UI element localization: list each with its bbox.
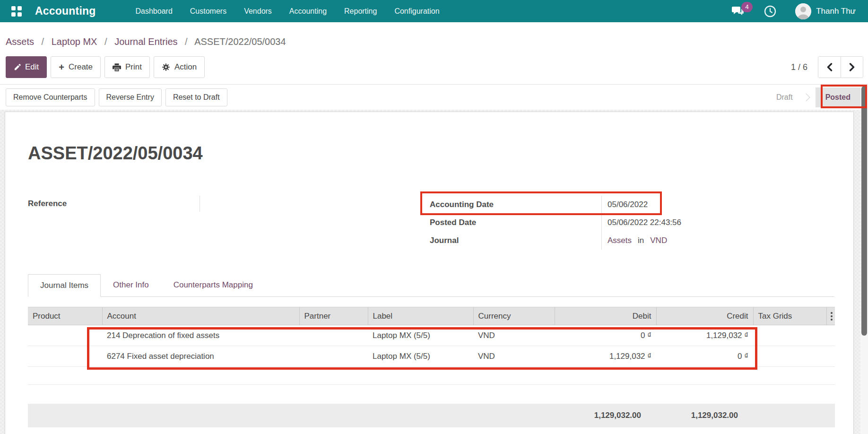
menu-item-customers[interactable]: Customers (190, 7, 226, 16)
pager: 1 / 6 (791, 56, 863, 78)
messages-count-badge: 4 (741, 2, 753, 12)
cell-currency: VND (473, 346, 555, 367)
cell-debit: 0 ₫ (555, 325, 656, 346)
print-button-label: Print (125, 62, 142, 72)
journal-in-text: in (638, 236, 644, 245)
activities-button[interactable] (764, 5, 776, 17)
user-menu[interactable]: Thanh Thư (795, 3, 856, 19)
chevron-left-icon (826, 63, 833, 71)
col-header-currency[interactable]: Currency (473, 307, 555, 325)
cell-account: 6274 Fixed asset depreciation (102, 346, 299, 367)
chevron-right-icon (849, 63, 855, 71)
action-button-label: Action (174, 62, 197, 72)
col-header-tax-grids[interactable]: Tax Grids (753, 307, 826, 325)
col-header-product[interactable]: Product (28, 307, 102, 325)
cell-credit: 1,129,032 ₫ (656, 325, 753, 346)
totals-spacer (299, 404, 368, 427)
avatar (795, 3, 811, 19)
table-header-row: Product Account Partner Label Currency D… (28, 307, 835, 325)
accounting-date-row: Accounting Date 05/06/2022 (430, 196, 834, 214)
menu-item-reporting[interactable]: Reporting (344, 7, 377, 16)
tab-journal-items[interactable]: Journal Items (28, 274, 101, 297)
totals-spacer (473, 404, 555, 427)
breadcrumb-separator: / (42, 36, 44, 47)
totals-spacer (368, 404, 473, 427)
scrollbar-thumb[interactable] (861, 86, 867, 336)
totals-spacer (102, 404, 299, 427)
tab-counterparts-mapping[interactable]: Counterparts Mapping (161, 274, 265, 296)
apps-square (11, 6, 16, 10)
journal-row: Journal Assets in VND (430, 232, 834, 250)
table-row[interactable]: 6274 Fixed asset depreciation Laptop MX … (28, 346, 835, 367)
menu-item-vendors[interactable]: Vendors (244, 7, 272, 16)
pencil-icon (14, 64, 21, 71)
posted-date-label: Posted Date (430, 218, 601, 227)
create-button-label: Create (69, 62, 93, 72)
menu-item-accounting[interactable]: Accounting (289, 7, 327, 16)
col-header-credit[interactable]: Credit (656, 307, 753, 325)
apps-square (17, 12, 22, 17)
gear-icon (162, 63, 170, 71)
state-posted[interactable]: Posted (816, 87, 860, 107)
printer-icon (113, 63, 121, 71)
col-header-debit[interactable]: Debit (555, 307, 656, 325)
total-debit: 1,129,032.00 (555, 404, 656, 427)
pager-next-button[interactable] (841, 57, 863, 78)
cell-debit: 1,129,032 ₫ (555, 346, 656, 367)
journal-assets-link[interactable]: Assets (608, 236, 632, 245)
apps-square (11, 12, 16, 17)
empty-table-row (28, 367, 835, 385)
cell-account: 214 Deprecation of fixed assets (102, 325, 299, 346)
app-title[interactable]: Accounting (35, 5, 96, 17)
pager-value: 1 / 6 (791, 62, 807, 72)
breadcrumb-assets[interactable]: Assets (6, 36, 34, 47)
plus-icon: + (59, 62, 64, 72)
cell-tax-grids (753, 346, 826, 367)
state-arrow-icon (802, 93, 810, 101)
posted-date-row: Posted Date 05/06/2022 22:43:56 (430, 214, 834, 232)
edit-button[interactable]: Edit (6, 56, 47, 78)
field-section: Reference Accounting Date 05/06/2022 Pos… (28, 196, 834, 250)
control-panel: Assets / Laptop MX / Journal Entries / A… (0, 22, 868, 78)
journal-items-table: Product Account Partner Label Currency D… (28, 307, 835, 385)
col-header-account[interactable]: Account (102, 307, 299, 325)
menu-item-dashboard[interactable]: Dashboard (136, 7, 173, 16)
table-row[interactable]: 214 Deprecation of fixed assets Laptop M… (28, 325, 835, 346)
col-header-label[interactable]: Label (368, 307, 473, 325)
reset-to-draft-button[interactable]: Reset to Draft (165, 88, 227, 106)
print-button[interactable]: Print (104, 56, 150, 78)
action-button[interactable]: Action (154, 56, 205, 78)
remove-counterparts-button[interactable]: Remove Counterparts (6, 88, 95, 106)
notebook-tabs: Journal Items Other Info Counterparts Ma… (28, 274, 834, 297)
reference-value[interactable] (200, 196, 430, 212)
cell-partner (299, 346, 368, 367)
tab-other-info[interactable]: Other Info (101, 274, 161, 296)
reverse-entry-button[interactable]: Reverse Entry (99, 88, 162, 106)
messages-button[interactable]: 4 (732, 6, 744, 17)
breadcrumb-separator: / (104, 36, 107, 47)
field-group-left: Reference (28, 196, 430, 250)
breadcrumb-journal-entries[interactable]: Journal Entries (114, 36, 177, 47)
reference-field-row: Reference (28, 196, 430, 212)
journal-label: Journal (430, 236, 601, 245)
scrollbar-track[interactable] (860, 84, 868, 434)
journal-currency-link[interactable]: VND (650, 236, 667, 245)
apps-menu-icon[interactable] (11, 6, 22, 17)
empty-cell (28, 367, 835, 385)
totals-row: 1,129,032.00 1,129,032.00 (28, 404, 835, 427)
breadcrumb-laptop-mx[interactable]: Laptop MX (52, 36, 97, 47)
top-navbar: Accounting Dashboard Customers Vendors A… (0, 0, 868, 22)
col-header-partner[interactable]: Partner (299, 307, 368, 325)
state-draft[interactable]: Draft (767, 93, 802, 102)
screen: Accounting Dashboard Customers Vendors A… (0, 0, 868, 434)
journal-value: Assets in VND (601, 232, 834, 250)
cell-label: Laptop MX (5/5) (368, 325, 473, 346)
create-button[interactable]: + Create (51, 56, 101, 78)
form-sheet: ASSET/2022/05/0034 Reference Accounting … (5, 112, 854, 434)
optional-columns-header (826, 307, 835, 325)
pager-previous-button[interactable] (818, 57, 841, 78)
menu-item-configuration[interactable]: Configuration (394, 7, 439, 16)
field-group-right: Accounting Date 05/06/2022 Posted Date 0… (430, 196, 834, 250)
cell-label: Laptop MX (5/5) (368, 346, 473, 367)
pager-nav (818, 56, 863, 78)
